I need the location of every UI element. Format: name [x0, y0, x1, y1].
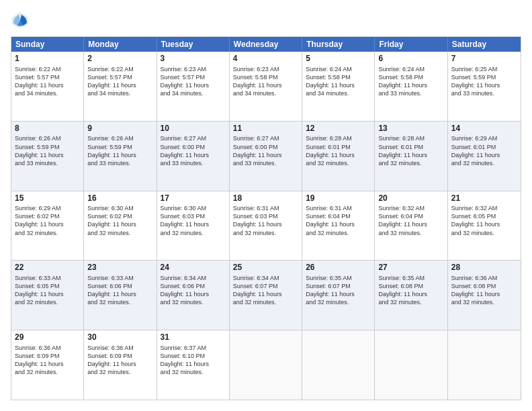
day-number: 6	[378, 54, 443, 64]
day-number: 2	[87, 54, 152, 64]
calendar-row-5: 29Sunrise: 6:36 AMSunset: 6:09 PMDayligh…	[11, 330, 521, 400]
day-cell-11: 11Sunrise: 6:27 AMSunset: 6:00 PMDayligh…	[230, 122, 302, 191]
day-info: Sunrise: 6:28 AMSunset: 6:01 PMDaylight:…	[378, 134, 443, 167]
day-cell-29: 29Sunrise: 6:36 AMSunset: 6:09 PMDayligh…	[11, 330, 84, 400]
day-cell-26: 26Sunrise: 6:35 AMSunset: 6:07 PMDayligh…	[302, 261, 375, 330]
day-cell-23: 23Sunrise: 6:33 AMSunset: 6:06 PMDayligh…	[84, 261, 157, 330]
day-info: Sunrise: 6:37 AMSunset: 6:10 PMDaylight:…	[161, 344, 226, 377]
day-info: Sunrise: 6:33 AMSunset: 6:05 PMDaylight:…	[15, 274, 80, 307]
day-number: 10	[161, 124, 226, 134]
day-info: Sunrise: 6:36 AMSunset: 6:09 PMDaylight:…	[15, 344, 80, 377]
day-number: 28	[451, 263, 517, 273]
day-number: 24	[161, 263, 226, 273]
day-info: Sunrise: 6:30 AMSunset: 6:02 PMDaylight:…	[87, 204, 152, 237]
day-number: 21	[451, 193, 517, 204]
day-number: 23	[87, 263, 152, 273]
day-cell-20: 20Sunrise: 6:32 AMSunset: 6:04 PMDayligh…	[375, 191, 447, 261]
day-info: Sunrise: 6:31 AMSunset: 6:04 PMDaylight:…	[306, 204, 371, 237]
day-cell-19: 19Sunrise: 6:31 AMSunset: 6:04 PMDayligh…	[302, 191, 375, 261]
calendar-row-4: 22Sunrise: 6:33 AMSunset: 6:05 PMDayligh…	[11, 260, 521, 330]
day-number: 4	[233, 54, 298, 64]
day-info: Sunrise: 6:29 AMSunset: 6:01 PMDaylight:…	[451, 134, 517, 167]
day-cell-10: 10Sunrise: 6:27 AMSunset: 6:00 PMDayligh…	[157, 122, 230, 191]
day-number: 30	[87, 332, 152, 343]
calendar: SundayMondayTuesdayWednesdayThursdayFrid…	[11, 36, 521, 400]
day-number: 14	[451, 124, 517, 134]
day-number: 5	[306, 54, 371, 64]
day-info: Sunrise: 6:32 AMSunset: 6:05 PMDaylight:…	[451, 204, 517, 237]
day-info: Sunrise: 6:25 AMSunset: 5:59 PMDaylight:…	[451, 65, 517, 98]
day-number: 13	[378, 124, 443, 134]
day-number: 9	[87, 124, 152, 134]
day-number: 20	[378, 193, 443, 204]
day-info: Sunrise: 6:36 AMSunset: 6:08 PMDaylight:…	[451, 274, 517, 307]
day-number: 16	[87, 193, 152, 204]
day-cell-22: 22Sunrise: 6:33 AMSunset: 6:05 PMDayligh…	[11, 261, 84, 330]
empty-cell	[375, 330, 447, 400]
empty-cell	[448, 330, 521, 400]
day-cell-27: 27Sunrise: 6:35 AMSunset: 6:08 PMDayligh…	[375, 261, 447, 330]
weekday-header-wednesday: Wednesday	[230, 37, 302, 52]
day-info: Sunrise: 6:28 AMSunset: 6:01 PMDaylight:…	[306, 134, 371, 167]
empty-cell	[230, 330, 302, 400]
day-number: 22	[15, 263, 80, 273]
day-number: 25	[233, 263, 298, 273]
day-cell-9: 9Sunrise: 6:26 AMSunset: 5:59 PMDaylight…	[84, 122, 157, 191]
day-info: Sunrise: 6:24 AMSunset: 5:58 PMDaylight:…	[306, 65, 371, 98]
day-info: Sunrise: 6:31 AMSunset: 6:03 PMDaylight:…	[233, 204, 298, 237]
day-cell-17: 17Sunrise: 6:30 AMSunset: 6:03 PMDayligh…	[157, 191, 230, 261]
day-number: 18	[233, 193, 298, 204]
calendar-header: SundayMondayTuesdayWednesdayThursdayFrid…	[11, 37, 521, 52]
day-info: Sunrise: 6:27 AMSunset: 6:00 PMDaylight:…	[233, 134, 298, 167]
day-number: 15	[15, 193, 80, 204]
day-number: 29	[15, 332, 80, 343]
calendar-row-3: 15Sunrise: 6:29 AMSunset: 6:02 PMDayligh…	[11, 191, 521, 261]
day-info: Sunrise: 6:36 AMSunset: 6:09 PMDaylight:…	[87, 344, 152, 377]
day-cell-25: 25Sunrise: 6:34 AMSunset: 6:07 PMDayligh…	[230, 261, 302, 330]
day-number: 17	[161, 193, 226, 204]
day-cell-24: 24Sunrise: 6:34 AMSunset: 6:06 PMDayligh…	[157, 261, 230, 330]
day-number: 27	[378, 263, 443, 273]
calendar-body: 1Sunrise: 6:22 AMSunset: 5:57 PMDaylight…	[11, 52, 521, 400]
day-cell-4: 4Sunrise: 6:23 AMSunset: 5:58 PMDaylight…	[230, 52, 302, 121]
day-cell-7: 7Sunrise: 6:25 AMSunset: 5:59 PMDaylight…	[448, 52, 521, 121]
day-info: Sunrise: 6:34 AMSunset: 6:07 PMDaylight:…	[233, 274, 298, 307]
day-cell-14: 14Sunrise: 6:29 AMSunset: 6:01 PMDayligh…	[448, 122, 521, 191]
logo-icon	[11, 11, 30, 30]
day-cell-16: 16Sunrise: 6:30 AMSunset: 6:02 PMDayligh…	[84, 191, 157, 261]
day-number: 19	[306, 193, 371, 204]
header	[11, 11, 521, 30]
day-cell-8: 8Sunrise: 6:26 AMSunset: 5:59 PMDaylight…	[11, 122, 84, 191]
day-number: 1	[15, 54, 80, 64]
day-cell-2: 2Sunrise: 6:22 AMSunset: 5:57 PMDaylight…	[84, 52, 157, 121]
weekday-header-saturday: Saturday	[448, 37, 521, 52]
day-number: 7	[451, 54, 517, 64]
day-info: Sunrise: 6:29 AMSunset: 6:02 PMDaylight:…	[15, 204, 80, 237]
day-info: Sunrise: 6:22 AMSunset: 5:57 PMDaylight:…	[87, 65, 152, 98]
weekday-header-sunday: Sunday	[11, 37, 84, 52]
day-cell-13: 13Sunrise: 6:28 AMSunset: 6:01 PMDayligh…	[375, 122, 447, 191]
weekday-header-friday: Friday	[375, 37, 447, 52]
day-number: 11	[233, 124, 298, 134]
day-cell-12: 12Sunrise: 6:28 AMSunset: 6:01 PMDayligh…	[302, 122, 375, 191]
day-number: 12	[306, 124, 371, 134]
day-number: 3	[161, 54, 226, 64]
day-info: Sunrise: 6:27 AMSunset: 6:00 PMDaylight:…	[161, 134, 226, 167]
day-info: Sunrise: 6:22 AMSunset: 5:57 PMDaylight:…	[15, 65, 80, 98]
day-cell-1: 1Sunrise: 6:22 AMSunset: 5:57 PMDaylight…	[11, 52, 84, 121]
day-info: Sunrise: 6:26 AMSunset: 5:59 PMDaylight:…	[87, 134, 152, 167]
page: SundayMondayTuesdayWednesdayThursdayFrid…	[0, 0, 532, 411]
day-cell-28: 28Sunrise: 6:36 AMSunset: 6:08 PMDayligh…	[448, 261, 521, 330]
day-cell-5: 5Sunrise: 6:24 AMSunset: 5:58 PMDaylight…	[302, 52, 375, 121]
day-info: Sunrise: 6:32 AMSunset: 6:04 PMDaylight:…	[378, 204, 443, 237]
logo	[11, 11, 31, 30]
weekday-header-thursday: Thursday	[302, 37, 375, 52]
day-cell-21: 21Sunrise: 6:32 AMSunset: 6:05 PMDayligh…	[448, 191, 521, 261]
day-info: Sunrise: 6:34 AMSunset: 6:06 PMDaylight:…	[161, 274, 226, 307]
day-info: Sunrise: 6:23 AMSunset: 5:58 PMDaylight:…	[233, 65, 298, 98]
day-cell-30: 30Sunrise: 6:36 AMSunset: 6:09 PMDayligh…	[84, 330, 157, 400]
weekday-header-monday: Monday	[84, 37, 157, 52]
calendar-row-1: 1Sunrise: 6:22 AMSunset: 5:57 PMDaylight…	[11, 52, 521, 121]
empty-cell	[302, 330, 375, 400]
day-number: 26	[306, 263, 371, 273]
